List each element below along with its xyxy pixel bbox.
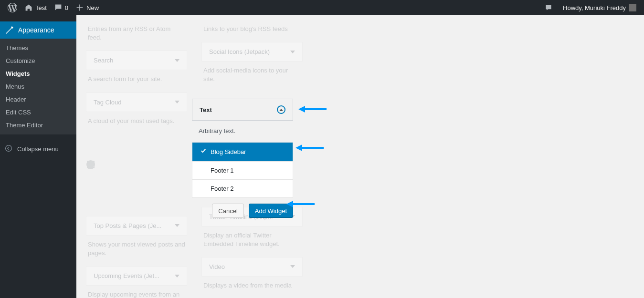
submenu-item[interactable]: Widgets (0, 67, 76, 80)
submenu-item[interactable]: Theme Editor (0, 119, 76, 132)
cancel-button[interactable]: Cancel (212, 204, 243, 218)
comments-link[interactable]: 0 (51, 0, 72, 15)
chevron-down-icon (290, 51, 295, 53)
text-widget-chooser: Text Arbitrary text. Blog SidebarFooter … (192, 99, 293, 220)
site-link[interactable]: Test (21, 0, 51, 15)
howdy-label: Howdy, Muriuki Freddy (563, 4, 626, 11)
adminbar: Test 0 New Howdy, Muriuki Freddy (0, 0, 644, 15)
widget-description: Display an official Twitter Embedded Tim… (201, 231, 303, 257)
widget-item[interactable]: Search (86, 51, 187, 70)
notifications-icon[interactable] (541, 0, 556, 15)
widget-area-label: Footer 2 (211, 185, 233, 192)
collapse-label: Collapse menu (17, 145, 59, 153)
check-icon (200, 148, 208, 156)
text-widget-title: Text (200, 106, 212, 113)
text-widget-desc: Arbitrary text. (192, 121, 293, 138)
widget-item[interactable]: Upcoming Events (Jet... (86, 266, 187, 286)
collapse-widget-icon[interactable] (277, 105, 285, 114)
annotation-arrow (286, 201, 315, 207)
menu-appearance[interactable]: Appearance (0, 21, 76, 39)
widget-description: Add social-media icons to your site. (201, 66, 303, 92)
comments-count-label: 0 (65, 4, 68, 11)
wp-logo[interactable] (4, 0, 21, 15)
chevron-down-icon (175, 224, 179, 227)
new-link[interactable]: New (72, 0, 103, 15)
widget-description: Shows your most viewed posts and pages. (86, 240, 187, 266)
menu-appearance-label: Appearance (18, 26, 54, 34)
submenu-item[interactable]: Edit CSS (0, 106, 76, 119)
submenu-item[interactable]: Customize (0, 54, 76, 67)
widget-title-label: Top Posts & Pages (Je... (94, 222, 161, 229)
svg-point-8 (6, 145, 12, 152)
widget-area-option[interactable]: Blog Sidebar (192, 143, 293, 162)
submenu-item[interactable]: Menus (0, 80, 76, 93)
widget-area-label: Footer 1 (211, 167, 233, 174)
widget-description: Links to your blog's RSS feeds (201, 25, 303, 42)
chevron-down-icon (175, 59, 179, 62)
howdy-link[interactable]: Howdy, Muriuki Freddy (556, 0, 640, 15)
widget-item[interactable]: Top Posts & Pages (Je... (86, 216, 187, 236)
submenu-item[interactable]: Themes (0, 41, 76, 54)
widget-item[interactable]: Social Icons (Jetpack) (201, 42, 303, 62)
annotation-arrow (296, 144, 324, 151)
chevron-down-icon (175, 275, 179, 277)
widget-title-label: Tag Cloud (94, 99, 122, 106)
appearance-submenu: ThemesCustomizeWidgetsMenusHeaderEdit CS… (0, 39, 76, 134)
collapse-menu[interactable]: Collapse menu (0, 141, 76, 157)
widget-item[interactable]: Tag Cloud (86, 92, 187, 112)
widget-title-label: Upcoming Events (Jet... (94, 272, 159, 279)
widget-item[interactable]: Video (201, 257, 303, 277)
annotation-arrow (298, 106, 327, 113)
widget-title-label: Social Icons (Jetpack) (209, 48, 270, 55)
main-content: Entries from any RSS or Atom feed.Search… (76, 15, 644, 298)
widget-description: A search form for your site. (86, 75, 187, 92)
widget-area-label: Blog Sidebar (211, 148, 246, 155)
widget-column-left: Entries from any RSS or Atom feed.Search… (86, 25, 187, 298)
widget-title-label: Search (94, 57, 113, 64)
appearance-icon (5, 25, 14, 35)
widget-area-list: Blog SidebarFooter 1Footer 2 (192, 142, 293, 198)
widget-description: Entries from any RSS or Atom feed. (86, 25, 187, 51)
admin-sidebar: Pages Comments Feedback Appearance Theme… (0, 15, 76, 298)
submenu-item[interactable]: Header (0, 93, 76, 106)
chevron-down-icon (175, 101, 179, 103)
widget-description: Display upcoming events from an (86, 290, 187, 298)
avatar (629, 4, 636, 11)
widget-description: A cloud of your most used tags. (86, 117, 187, 134)
new-label: New (86, 4, 99, 11)
widget-description: Displays a video from the media (201, 281, 303, 298)
text-widget-header[interactable]: Text (192, 99, 293, 121)
collapse-icon (5, 144, 14, 154)
widget-area-option[interactable]: Footer 1 (192, 162, 293, 180)
widget-area-option[interactable]: Footer 2 (192, 180, 293, 197)
widget-title-label: Video (209, 263, 225, 270)
site-name-label: Test (35, 4, 47, 11)
chevron-down-icon (290, 265, 295, 268)
